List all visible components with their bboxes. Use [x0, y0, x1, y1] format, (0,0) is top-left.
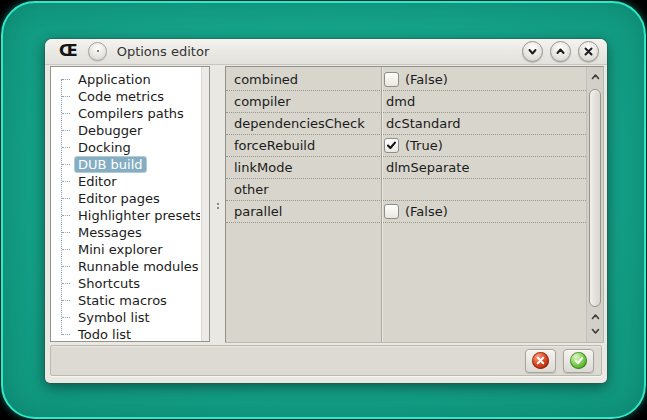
property-name: forceRebuild: [226, 135, 381, 156]
property-row-other: other: [226, 179, 586, 201]
cancel-icon: [532, 352, 549, 369]
property-name: parallel: [226, 201, 381, 222]
tree-branch-line: [62, 96, 70, 97]
tree-branch-line: [62, 147, 70, 148]
close-button[interactable]: [578, 41, 599, 62]
sidebar-item-label: Highlighter presets: [74, 207, 200, 224]
property-value[interactable]: (False): [381, 69, 586, 90]
panel-splitter[interactable]: [210, 66, 225, 342]
tree-branch-line: [62, 113, 70, 114]
sidebar-item-compilers-paths[interactable]: Compilers paths: [55, 105, 200, 122]
property-value[interactable]: (True): [381, 135, 586, 156]
sidebar-item-label: Editor: [74, 173, 120, 190]
accept-button[interactable]: [563, 349, 594, 373]
property-value[interactable]: dlmSeparate: [381, 157, 586, 178]
window-controls: [522, 41, 599, 62]
tree-scrollbar-gutter[interactable]: [201, 67, 209, 341]
bool-value-label: (False): [405, 72, 448, 87]
grid-scrollbar[interactable]: [586, 67, 603, 342]
category-tree: ApplicationCode metricsCompilers pathsDe…: [50, 66, 210, 342]
cancel-button[interactable]: [525, 349, 556, 373]
property-row-forceRebuild: forceRebuild(True): [226, 135, 586, 157]
property-row-linkMode: linkModedlmSeparate: [226, 157, 586, 179]
tree-branch-line: [62, 198, 70, 199]
sidebar-item-label: Runnable modules: [74, 258, 200, 275]
sidebar-item-static-macros[interactable]: Static macros: [55, 292, 200, 309]
tree-branch-line: [62, 181, 70, 182]
sidebar-item-label: Todo list: [74, 326, 135, 339]
chevron-down-icon: [591, 327, 600, 335]
sidebar-item-highlighter-presets[interactable]: Highlighter presets: [55, 207, 200, 224]
sidebar-item-editor-pages[interactable]: Editor pages: [55, 190, 200, 207]
footer-bar: [50, 345, 602, 376]
scroll-up-button[interactable]: [587, 70, 603, 84]
titlebar[interactable]: Œ Options editor: [45, 39, 607, 65]
scroll-down-button[interactable]: [587, 324, 603, 338]
property-name: linkMode: [226, 157, 381, 178]
property-row-combined: combined(False): [226, 69, 586, 91]
sidebar-item-application[interactable]: Application: [55, 71, 200, 88]
sidebar-item-debugger[interactable]: Debugger: [55, 122, 200, 139]
sidebar-item-mini-explorer[interactable]: Mini explorer: [55, 241, 200, 258]
sidebar-item-editor[interactable]: Editor: [55, 173, 200, 190]
property-value[interactable]: (False): [381, 201, 586, 222]
chevron-down-icon: [527, 46, 538, 57]
chevron-up-icon: [591, 313, 600, 321]
window-menu-button[interactable]: [88, 42, 107, 61]
sidebar-item-messages[interactable]: Messages: [55, 224, 200, 241]
sidebar-item-label: Code metrics: [74, 88, 168, 105]
scroll-up-button-bottom[interactable]: [587, 310, 603, 324]
sidebar-item-shortcuts[interactable]: Shortcuts: [55, 275, 200, 292]
bool-value-label: (True): [405, 138, 443, 153]
sidebar-item-label: Messages: [74, 224, 146, 241]
property-name: other: [226, 179, 381, 200]
sidebar-item-label: Symbol list: [74, 309, 154, 326]
property-name: dependenciesCheck: [226, 113, 381, 134]
chevron-up-icon: [555, 46, 566, 57]
property-value[interactable]: dcStandard: [381, 113, 586, 134]
sidebar-item-label: Editor pages: [74, 190, 164, 207]
tree-branch-line: [62, 266, 70, 267]
property-row-parallel: parallel(False): [226, 201, 586, 223]
sidebar-item-symbol-list[interactable]: Symbol list: [55, 309, 200, 326]
property-rows: combined(False)compilerdmddependenciesCh…: [226, 69, 586, 223]
bool-value-label: (False): [405, 204, 448, 219]
close-icon: [583, 46, 594, 57]
minimize-button[interactable]: [522, 41, 543, 62]
text-value: dlmSeparate: [386, 160, 469, 175]
property-name: compiler: [226, 91, 381, 112]
check-icon: [386, 140, 397, 151]
sidebar-item-todo-list[interactable]: Todo list: [55, 326, 200, 339]
sidebar-item-dub-build[interactable]: DUB build: [55, 156, 200, 173]
text-value: dcStandard: [386, 116, 461, 131]
sidebar-item-code-metrics[interactable]: Code metrics: [55, 88, 200, 105]
options-editor-window: Œ Options editor ApplicationCode metrics…: [45, 39, 607, 383]
sidebar-item-label: DUB build: [74, 156, 147, 173]
text-value: dmd: [386, 94, 415, 109]
property-value[interactable]: dmd: [381, 91, 586, 112]
sidebar-item-label: Debugger: [74, 122, 146, 139]
sidebar-item-label: Shortcuts: [74, 275, 144, 292]
property-row-dependenciesCheck: dependenciesCheckdcStandard: [226, 113, 586, 135]
sidebar-item-label: Application: [74, 71, 155, 88]
property-grid: combined(False)compilerdmddependenciesCh…: [225, 66, 604, 343]
tree-branch-line: [62, 232, 70, 233]
sidebar-item-runnable-modules[interactable]: Runnable modules: [55, 258, 200, 275]
tree-branch-line: [62, 79, 70, 80]
checkbox[interactable]: [384, 204, 399, 219]
app-icon: Œ: [59, 43, 78, 59]
tree-branch-line: [62, 283, 70, 284]
window-title: Options editor: [117, 44, 210, 59]
property-value[interactable]: [381, 179, 586, 200]
sidebar-item-docking[interactable]: Docking: [55, 139, 200, 156]
tree-branch-line: [62, 215, 70, 216]
sidebar-item-label: Static macros: [74, 292, 171, 309]
checkbox[interactable]: [384, 72, 399, 87]
scrollbar-thumb[interactable]: [589, 89, 601, 307]
sidebar-item-label: Docking: [74, 139, 135, 156]
checkbox[interactable]: [384, 138, 399, 153]
tree-branch-line: [62, 317, 70, 318]
maximize-button[interactable]: [550, 41, 571, 62]
splitter-grip-icon: [217, 203, 219, 205]
sidebar-item-label: Mini explorer: [74, 241, 167, 258]
